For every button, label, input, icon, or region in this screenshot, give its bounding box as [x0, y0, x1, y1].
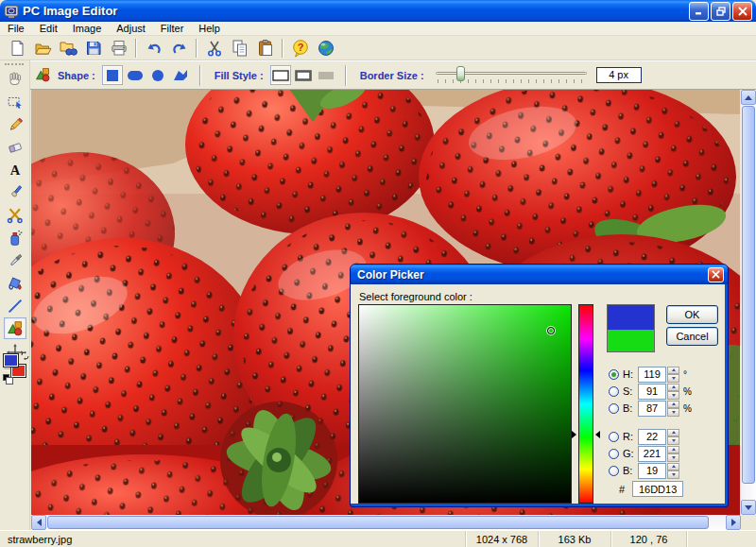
web-button[interactable]	[313, 37, 338, 59]
slider-thumb[interactable]	[456, 66, 465, 81]
scroll-right-button[interactable]	[726, 515, 741, 530]
eraser-tool-button[interactable]	[4, 136, 26, 158]
text-tool-button[interactable]: A	[4, 159, 26, 180]
help-button[interactable]: ?	[287, 37, 313, 59]
browse-button[interactable]	[55, 37, 80, 59]
menu-help[interactable]: Help	[191, 22, 228, 35]
brightness-input[interactable]	[638, 401, 666, 417]
saturation-spinner[interactable]	[667, 384, 679, 400]
globe-icon	[317, 39, 335, 58]
menu-adjust[interactable]: Adjust	[109, 22, 153, 35]
saturation-brightness-field[interactable]	[358, 304, 572, 504]
green-radio[interactable]	[609, 449, 619, 459]
brightness-radio[interactable]	[609, 403, 619, 414]
shape-square-button[interactable]	[102, 65, 123, 85]
menu-edit[interactable]: Edit	[32, 22, 65, 35]
minimize-button[interactable]	[689, 2, 709, 21]
swap-colors-icon[interactable]	[21, 351, 29, 360]
shape-rounded-button[interactable]	[125, 65, 146, 85]
restore-button[interactable]	[711, 2, 730, 21]
copy-button[interactable]	[227, 37, 252, 59]
scroll-left-button[interactable]	[31, 515, 46, 530]
status-dimensions: 1024 x 768	[466, 531, 539, 547]
pencil-tool-button[interactable]	[4, 113, 26, 135]
line-tool-button[interactable]	[4, 295, 26, 316]
menu-filter[interactable]: Filter	[153, 22, 191, 35]
hue-slider[interactable]	[578, 304, 593, 504]
open-button[interactable]	[29, 37, 55, 59]
blue-spinner[interactable]	[667, 463, 679, 479]
selection-tool-button[interactable]	[4, 91, 26, 112]
shape-options-bar: Shape : Fill Style : Border Size :	[0, 60, 756, 90]
hex-input[interactable]	[632, 481, 683, 497]
fill-outline-button[interactable]	[270, 65, 291, 85]
svg-text:A: A	[10, 162, 21, 178]
print-button[interactable]	[106, 37, 131, 59]
tool-palette: A	[0, 60, 30, 530]
red-radio[interactable]	[609, 432, 619, 442]
paste-button[interactable]	[252, 37, 278, 59]
close-button[interactable]	[732, 2, 752, 21]
dialog-title-bar[interactable]: Color Picker	[351, 265, 728, 284]
brush-tool-button[interactable]	[4, 181, 26, 203]
cut-tool-button[interactable]	[4, 204, 26, 226]
red-spinner[interactable]	[667, 429, 679, 445]
vertical-scroll-thumb[interactable]	[742, 106, 755, 484]
scroll-up-button[interactable]	[741, 90, 756, 105]
cancel-button[interactable]: Cancel	[666, 327, 718, 346]
spray-tool-button[interactable]	[4, 227, 26, 248]
hue-marker-left[interactable]	[572, 431, 576, 438]
default-colors-icon[interactable]	[3, 374, 9, 381]
color-field-cursor[interactable]	[547, 327, 555, 334]
blue-input[interactable]	[638, 463, 666, 479]
scroll-down-button[interactable]	[741, 500, 756, 515]
eyedropper-tool-button[interactable]	[4, 249, 26, 271]
shape-circle-button[interactable]	[147, 65, 168, 85]
green-spinner[interactable]	[667, 446, 679, 462]
red-input[interactable]	[638, 429, 666, 445]
square-shape-icon	[105, 68, 120, 83]
ok-button[interactable]: OK	[666, 305, 718, 324]
cut-button[interactable]	[201, 37, 227, 59]
undo-button[interactable]	[141, 37, 166, 59]
menu-file[interactable]: File	[0, 22, 32, 35]
fill-outline-thick-button[interactable]	[293, 65, 314, 85]
horizontal-scroll-thumb[interactable]	[47, 516, 709, 529]
status-empty	[687, 531, 756, 547]
window-title: PC Image Editor	[23, 4, 687, 18]
menu-image[interactable]: Image	[65, 22, 110, 35]
status-bar: strawberry.jpg 1024 x 768 163 Kb 120 , 7…	[0, 530, 756, 547]
hue-spinner[interactable]	[667, 367, 679, 383]
shapebar-separator	[199, 65, 201, 86]
fill-tool-button[interactable]	[4, 272, 26, 294]
shape-polygon-button[interactable]	[170, 65, 191, 85]
shapes-tool-button[interactable]	[4, 317, 26, 339]
up-arrow-icon	[745, 95, 752, 100]
down-arrow-icon	[745, 505, 752, 510]
foreground-color-swatch[interactable]	[3, 353, 19, 368]
border-size-slider[interactable]	[436, 65, 587, 86]
saturation-label: S:	[623, 385, 638, 397]
hand-tool-button[interactable]	[4, 68, 26, 90]
horizontal-scrollbar[interactable]	[31, 515, 741, 530]
hue-marker-right[interactable]	[595, 431, 600, 438]
saturation-radio[interactable]	[609, 386, 619, 397]
palette-grip[interactable]	[5, 63, 24, 65]
new-button[interactable]	[4, 37, 29, 59]
save-button[interactable]	[80, 37, 106, 59]
saturation-input[interactable]	[638, 384, 666, 400]
hue-radio[interactable]	[609, 369, 619, 380]
fill-solid-button[interactable]	[316, 65, 336, 85]
dialog-close-button[interactable]	[708, 267, 724, 282]
green-input[interactable]	[638, 446, 666, 462]
brightness-spinner[interactable]	[667, 401, 679, 417]
red-label: R:	[623, 431, 638, 442]
hue-input[interactable]	[638, 367, 666, 383]
blue-radio[interactable]	[609, 466, 619, 476]
blue-row: B:	[609, 462, 679, 479]
title-bar: PC Image Editor	[0, 0, 756, 22]
question-balloon-icon: ?	[291, 39, 310, 58]
vertical-scrollbar[interactable]	[741, 90, 756, 515]
scissors-icon	[205, 39, 224, 58]
redo-button[interactable]	[166, 37, 192, 59]
